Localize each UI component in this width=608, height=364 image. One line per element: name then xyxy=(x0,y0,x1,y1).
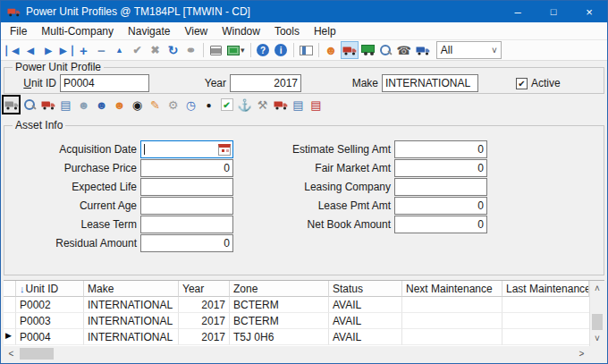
cell-next-maintenance xyxy=(402,313,502,329)
unit-truck-icon[interactable] xyxy=(39,96,56,114)
delete-record-icon[interactable]: − xyxy=(93,41,110,59)
cancel-icon[interactable]: ✖ xyxy=(147,41,164,59)
find-record-icon[interactable] xyxy=(377,41,394,59)
menu-view[interactable]: View xyxy=(177,23,215,39)
parts-icon[interactable]: ⚙ xyxy=(165,96,182,114)
year-input[interactable] xyxy=(230,74,301,92)
estimate-selling-amt-input[interactable] xyxy=(394,140,487,158)
up-icon[interactable]: ▲ xyxy=(111,41,128,59)
company-truck-icon[interactable] xyxy=(414,41,432,59)
make-input[interactable] xyxy=(382,74,478,92)
scope-select-value: All xyxy=(441,44,492,56)
scroll-left-icon[interactable]: ˂ xyxy=(4,346,19,361)
menu-help[interactable]: Help xyxy=(307,23,343,39)
power-unit-mode-icon[interactable] xyxy=(341,41,359,59)
edit-icon[interactable]: ✎ xyxy=(147,96,164,114)
leasing-company-input[interactable] xyxy=(394,178,487,196)
print-icon[interactable] xyxy=(207,41,224,59)
column-header-year[interactable]: Year xyxy=(179,281,230,297)
horizontal-scrollbar[interactable]: ˂ ˃ xyxy=(4,346,604,361)
refresh-icon[interactable]: ↻ xyxy=(165,41,182,59)
binoculars-icon[interactable]: ⚭ xyxy=(182,41,199,59)
document-marker-icon[interactable]: ▤ xyxy=(308,96,325,114)
screen-view-icon[interactable]: ▾ xyxy=(225,41,247,59)
power-unit-icon[interactable] xyxy=(2,95,21,114)
acquisition-date-label: Acquisition Date xyxy=(10,143,140,156)
report-icon[interactable]: ▤ xyxy=(290,96,307,114)
estimate-selling-amt-label: Estimate Selling Amt xyxy=(271,143,394,156)
cell-year: 2017 xyxy=(179,329,230,345)
active-checkbox[interactable]: ✔ xyxy=(516,78,528,89)
vertical-scrollbar[interactable]: ˄ ˅ xyxy=(589,281,604,346)
key-fob-icon[interactable]: ● xyxy=(200,96,217,114)
vertical-scrollbar-thumb[interactable] xyxy=(592,314,603,330)
menu-multi-company[interactable]: Multi-Company xyxy=(34,23,121,39)
wrench-icon[interactable]: ⚒ xyxy=(254,96,271,114)
column-header-zone[interactable]: Zone xyxy=(230,281,329,297)
owner-icon[interactable]: ☻ xyxy=(111,96,128,114)
scroll-up-icon[interactable]: ˄ xyxy=(590,281,604,296)
toolbar-separator xyxy=(203,43,204,57)
acquisition-date-input[interactable] xyxy=(140,140,233,158)
unit-id-input[interactable] xyxy=(60,74,149,92)
lease-term-input[interactable] xyxy=(140,216,233,233)
table-row-selected[interactable]: ▶ P0004 INTERNATIONAL 2017 T5J 0H6 AVAIL xyxy=(4,329,589,345)
lease-pmt-amt-input[interactable] xyxy=(394,197,487,215)
id-card-icon[interactable] xyxy=(298,41,315,59)
trailer-icon[interactable] xyxy=(359,41,376,59)
add-record-icon[interactable]: + xyxy=(75,41,92,59)
search-icon[interactable] xyxy=(21,96,38,114)
fair-market-amt-label: Fair Market Amt xyxy=(271,162,394,174)
menu-navigate[interactable]: Navigate xyxy=(121,23,177,39)
table-row[interactable]: P0003 INTERNATIONAL 2017 BCTERM AVAIL xyxy=(4,313,589,329)
expected-life-input[interactable] xyxy=(140,178,233,196)
employee-icon[interactable]: ☻ xyxy=(93,96,110,114)
scroll-right-icon[interactable]: ˃ xyxy=(574,346,589,361)
notes-icon[interactable]: ▤ xyxy=(57,96,74,114)
tow-hook-icon[interactable]: ⚓ xyxy=(236,96,253,114)
last-record-icon[interactable]: ▶▕ xyxy=(57,41,74,59)
current-age-label: Current Age xyxy=(10,199,140,212)
next-record-icon[interactable]: ▶ xyxy=(39,41,56,59)
current-row-indicator: ▶ xyxy=(4,329,16,345)
menu-window[interactable]: Window xyxy=(215,23,267,39)
table-row[interactable]: P0002 INTERNATIONAL 2017 BCTERM AVAIL xyxy=(4,297,589,313)
make-label: Make xyxy=(326,77,382,89)
maintenance-truck-icon[interactable] xyxy=(272,96,289,114)
year-label: Year xyxy=(178,77,230,89)
calendar-icon[interactable] xyxy=(218,144,231,156)
fair-market-amt-input[interactable] xyxy=(394,159,487,177)
previous-record-icon[interactable]: ◀ xyxy=(21,41,38,59)
driver-icon[interactable]: ☻ xyxy=(75,96,92,114)
cell-zone: T5J 0H6 xyxy=(230,329,329,345)
minimize-button[interactable]: – xyxy=(500,1,536,22)
menu-bar: File Multi-Company Navigate View Window … xyxy=(1,22,607,40)
purchase-price-input[interactable] xyxy=(140,159,233,177)
maximize-button[interactable]: □ xyxy=(536,1,571,22)
column-header-make[interactable]: Make xyxy=(84,281,179,297)
menu-tools[interactable]: Tools xyxy=(267,23,307,39)
close-button[interactable]: × xyxy=(571,1,607,22)
person-icon[interactable]: ☻ xyxy=(323,41,340,59)
timer-icon[interactable]: ◷ xyxy=(182,96,199,114)
scope-select[interactable]: All ˅ xyxy=(436,41,502,59)
column-header-unit-id[interactable]: ↓Unit ID xyxy=(16,281,84,297)
info-icon[interactable]: i xyxy=(273,41,290,59)
cell-status: AVAIL xyxy=(329,329,402,345)
save-icon[interactable]: ✔ xyxy=(129,41,146,59)
first-record-icon[interactable]: ▏◀ xyxy=(4,41,21,59)
phone-icon[interactable]: ☎ xyxy=(395,41,413,59)
leasing-company-label: Leasing Company xyxy=(271,181,394,193)
column-header-next-maintenance[interactable]: Next Maintenance xyxy=(402,281,502,297)
horizontal-scrollbar-thumb[interactable] xyxy=(20,348,54,360)
scroll-down-icon[interactable]: ˅ xyxy=(590,331,604,346)
column-header-last-maintenance[interactable]: Last Maintenance xyxy=(502,281,589,297)
approved-document-icon[interactable]: ✔ xyxy=(218,96,235,114)
tires-icon[interactable]: ◉ xyxy=(129,96,146,114)
help-icon[interactable]: ? xyxy=(255,41,272,59)
net-book-amount-input[interactable] xyxy=(394,216,487,233)
menu-file[interactable]: File xyxy=(3,23,34,39)
residual-amount-input[interactable] xyxy=(140,234,233,252)
column-header-status[interactable]: Status xyxy=(329,281,402,297)
current-age-input[interactable] xyxy=(140,197,233,215)
